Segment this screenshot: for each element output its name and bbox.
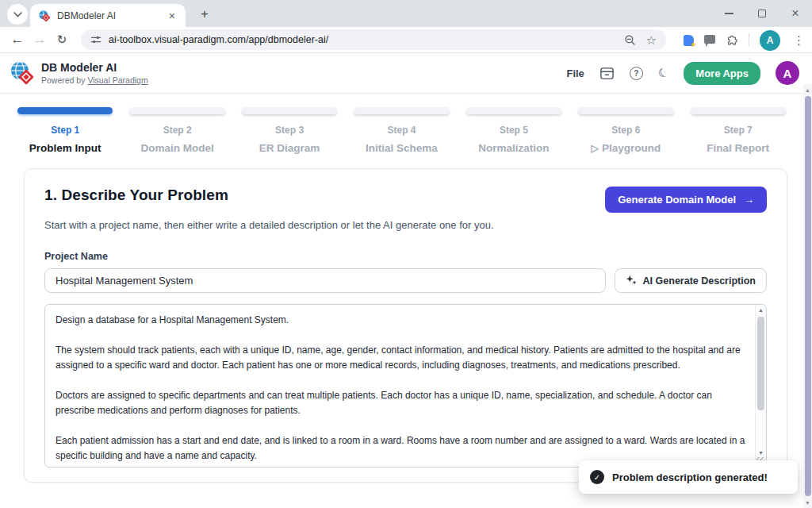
bookmark-star-icon[interactable]: ☆ [646,34,657,46]
archive-icon[interactable] [599,67,615,80]
step-tab-playground[interactable]: Step 6 ▷Playground [578,107,673,154]
step-tab-initial-schema[interactable]: Step 4 Initial Schema [354,107,449,154]
app-logo-icon [10,60,35,86]
more-apps-button[interactable]: More Apps [684,62,760,85]
toast-message: Problem description generated! [612,471,768,483]
window-minimize-button[interactable] [712,0,745,27]
zoom-out-icon[interactable] [624,34,636,46]
step-progress-bar [129,107,224,114]
toolbar-separator [749,33,749,47]
browser-tab-strip: DBModeler AI × + × [0,0,812,27]
browser-menu-icon[interactable]: ⋮ [791,33,807,48]
site-settings-icon[interactable] [90,34,102,45]
new-tab-button[interactable]: + [195,5,214,24]
app-header: DB Modeler AI Powered by Visual Paradigm… [0,53,812,94]
ai-generate-description-button[interactable]: AI Generate Description [615,268,767,293]
textarea-scrollbar[interactable]: ▲ ▼ [755,305,766,467]
project-name-input[interactable] [44,268,606,293]
sparkles-icon [626,275,638,287]
scroll-down-icon[interactable]: ▼ [756,450,766,456]
url-text[interactable]: ai-toolbox.visual-paradigm.com/app/dbmod… [109,34,624,45]
window-controls: × [712,0,812,27]
check-circle-icon: ✓ [590,470,604,484]
visual-paradigm-link[interactable]: Visual Paradigm [87,75,147,85]
tab-search-chevron-icon[interactable] [7,4,28,25]
step-navigation: Step 1 Problem Input Step 2 Domain Model… [0,94,803,154]
textarea-scrollbar-thumb[interactable] [757,317,764,410]
step-progress-bar [354,107,449,114]
step-progress-bar [466,107,561,114]
step-progress-bar [691,107,786,114]
comment-icon[interactable] [704,35,715,44]
reload-button[interactable]: ↻ [51,33,73,47]
dark-mode-moon-icon[interactable]: ☾ [656,64,670,81]
back-button[interactable]: ← [6,32,29,48]
address-bar[interactable]: ai-toolbox.visual-paradigm.com/app/dbmod… [81,29,666,50]
browser-profile-avatar[interactable]: A [760,30,780,51]
step-tab-final-report[interactable]: Step 7 Final Report [691,107,786,154]
play-icon: ▷ [591,143,599,154]
page-scrollbar-thumb[interactable] [805,96,811,496]
tab-title: DBModeler AI [57,10,167,21]
user-avatar[interactable]: A [776,61,799,85]
description-area: Design a database for a Hospital Managem… [44,304,767,468]
forward-button[interactable]: → [29,32,51,48]
step-tab-er-diagram[interactable]: Step 3 ER Diagram [242,107,337,154]
window-maximize-button[interactable] [745,0,779,27]
help-icon[interactable]: ? [630,67,643,80]
extensions-puzzle-icon[interactable] [726,34,738,47]
app-content: Step 1 Problem Input Step 2 Domain Model… [0,94,803,508]
scroll-up-icon[interactable]: ▲ [756,307,766,313]
step-progress-bar [242,107,337,114]
page-scroll-up-icon[interactable]: ▲ [803,87,812,93]
window-close-button[interactable]: × [779,0,812,27]
step-tab-problem-input[interactable]: Step 1 Problem Input [17,107,113,154]
starred-page-extension-icon[interactable]: ✦ [684,35,694,46]
step-progress-bar [578,107,673,114]
problem-input-card: 1. Describe Your Problem Generate Domain… [24,168,787,483]
step-progress-bar [17,107,113,114]
file-menu[interactable]: File [566,67,584,79]
card-subtitle: Start with a project name, then either w… [44,219,767,231]
app-name: DB Modeler AI [41,61,148,74]
page-scroll-down-icon[interactable]: ▼ [803,500,812,506]
arrow-right-icon: → [744,194,754,206]
toast-notification: ✓ Problem description generated! [579,460,798,494]
problem-description-textarea[interactable]: Design a database for a Hospital Managem… [44,304,767,468]
page-title: 1. Describe Your Problem [44,187,228,204]
step-tab-domain-model[interactable]: Step 2 Domain Model [129,107,224,154]
browser-window: DBModeler AI × + × ← → ↻ ai-toolbox.visu… [0,0,812,508]
browser-tab[interactable]: DBModeler AI × [30,4,186,27]
step-tab-normalization[interactable]: Step 5 Normalization [466,107,561,154]
favicon-icon [38,10,51,22]
tab-close-icon[interactable]: × [167,10,178,22]
powered-by: Powered by Visual Paradigm [41,75,148,85]
app-title-block: DB Modeler AI Powered by Visual Paradigm [41,61,148,85]
project-name-label: Project Name [44,251,767,262]
toolbar-extensions-area: ✦ A ⋮ [684,27,807,53]
generate-domain-model-button[interactable]: Generate Domain Model → [605,187,767,213]
page-scrollbar[interactable]: ▲ ▼ [803,84,812,508]
